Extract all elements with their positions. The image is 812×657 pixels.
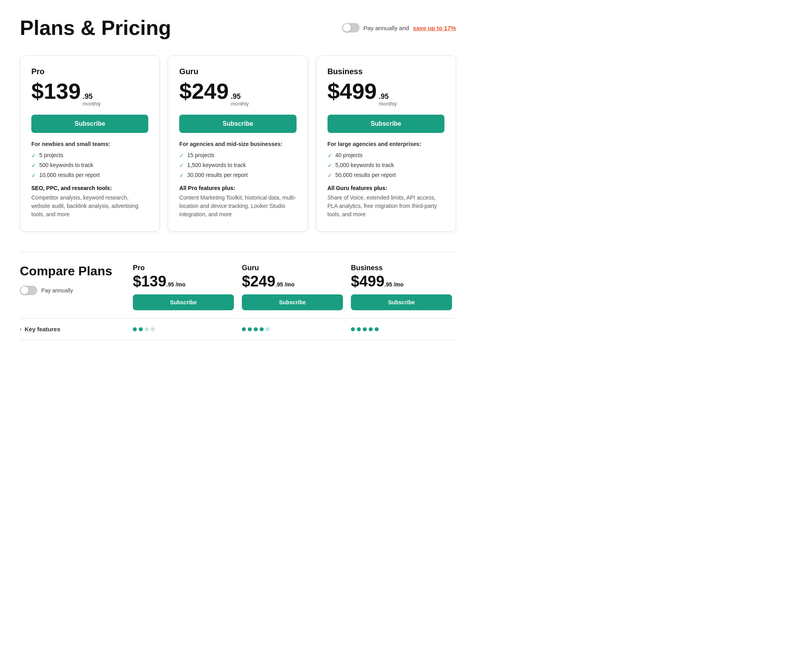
plan-card-business: Business $499 .95 monthly Subscribe For …	[316, 56, 456, 232]
price-cents-period: .95 monthly	[231, 92, 249, 107]
plans-grid: Pro $139 .95 monthly Subscribe For newbi…	[20, 56, 456, 232]
feature-text: 50,000 results per report	[335, 172, 396, 178]
plan-name: Business	[327, 67, 444, 76]
compare-price-main: $249	[242, 274, 276, 289]
dot-empty	[266, 327, 270, 331]
feature-text: 5,000 keywords to track	[335, 162, 394, 168]
feature-text: 1,500 keywords to track	[187, 162, 246, 168]
compare-title-col: Compare Plans Pay annually	[20, 264, 129, 295]
check-icon: ✓	[327, 162, 332, 169]
feature-item: ✓ 50,000 results per report	[327, 172, 444, 179]
compare-toggle-label: Pay annually	[41, 287, 73, 294]
key-features-label[interactable]: › Key features	[20, 326, 129, 332]
dot-filled	[139, 327, 143, 331]
subscribe-button-pro[interactable]: Subscribe	[31, 115, 148, 133]
price-main: $249	[179, 80, 229, 102]
check-icon: ✓	[31, 162, 36, 169]
feature-text: 10,000 results per report	[39, 172, 100, 178]
dot-filled	[357, 327, 361, 331]
compare-price-small: .95 /mo	[385, 281, 404, 288]
feature-item: ✓ 5 projects	[31, 152, 148, 159]
dot-filled	[242, 327, 246, 331]
price-cents: .95	[83, 92, 101, 101]
plan-target: For agencies and mid-size businesses:	[179, 141, 296, 147]
plan-card-pro: Pro $139 .95 monthly Subscribe For newbi…	[20, 56, 160, 232]
page-header: Plans & Pricing Pay annually and save up…	[20, 16, 456, 40]
feature-item: ✓ 30,000 results per report	[179, 172, 296, 179]
extras-text: Share of Voice, extended limits, API acc…	[327, 194, 444, 219]
compare-price-main: $499	[351, 274, 385, 289]
feature-item: ✓ 10,000 results per report	[31, 172, 148, 179]
dot-filled	[254, 327, 258, 331]
price-cents-period: .95 monthly	[83, 92, 101, 107]
feature-text: 5 projects	[39, 152, 63, 158]
compare-plan-name: Business	[351, 264, 452, 272]
plan-card-guru: Guru $249 .95 monthly Subscribe For agen…	[168, 56, 308, 232]
toggle-label: Pay annually and	[364, 25, 409, 31]
compare-toggle-row: Pay annually	[20, 286, 121, 295]
plan-target: For newbies and small teams:	[31, 141, 148, 147]
compare-price-small: .95 /mo	[276, 281, 295, 288]
features-list: ✓ 5 projects ✓ 500 keywords to track ✓ 1…	[31, 152, 148, 179]
plan-name: Guru	[179, 67, 296, 76]
feature-text: 30,000 results per report	[187, 172, 248, 178]
chevron-right-icon: ›	[20, 327, 21, 332]
extras-title: All Pro features plus:	[179, 185, 296, 191]
compare-subscribe-btn-2[interactable]: Subscribe	[351, 294, 452, 310]
annual-toggle-area: Pay annually and save up to 17%	[342, 23, 456, 33]
compare-plan-name: Guru	[242, 264, 343, 272]
feature-text: 500 keywords to track	[39, 162, 93, 168]
feature-item: ✓ 40 projects	[327, 152, 444, 159]
compare-price-small: .95 /mo	[167, 281, 186, 288]
check-icon: ✓	[327, 172, 332, 179]
compare-plan-name: Pro	[133, 264, 234, 272]
compare-price-main: $139	[133, 274, 167, 289]
dot-filled	[363, 327, 367, 331]
feature-item: ✓ 1,500 keywords to track	[179, 162, 296, 169]
dot-filled	[260, 327, 264, 331]
check-icon: ✓	[179, 152, 184, 159]
price-cents-period: .95 monthly	[379, 92, 397, 107]
features-list: ✓ 15 projects ✓ 1,500 keywords to track …	[179, 152, 296, 179]
price-main: $139	[31, 80, 81, 102]
compare-plan-col-2: Business $499 .95 /mo Subscribe	[347, 264, 456, 310]
extras-title: SEO, PPC, and research tools:	[31, 185, 148, 191]
compare-section-title: Compare Plans	[20, 264, 121, 279]
feature-item: ✓ 5,000 keywords to track	[327, 162, 444, 169]
dot-filled	[351, 327, 355, 331]
compare-subscribe-btn-1[interactable]: Subscribe	[242, 294, 343, 310]
key-features-row: › Key features	[20, 319, 456, 340]
price-cents: .95	[379, 92, 397, 101]
plan-target: For large agencies and enterprises:	[327, 141, 444, 147]
feature-item: ✓ 500 keywords to track	[31, 162, 148, 169]
dots-container-1	[238, 327, 347, 331]
compare-price-row: $249 .95 /mo	[242, 274, 343, 289]
annual-toggle[interactable]	[342, 23, 360, 33]
plan-price-row: $139 .95 monthly	[31, 80, 148, 107]
compare-price-row: $139 .95 /mo	[133, 274, 234, 289]
price-period: monthly	[231, 101, 249, 107]
check-icon: ✓	[179, 162, 184, 169]
subscribe-button-business[interactable]: Subscribe	[327, 115, 444, 133]
extras-text: Content Marketing Toolkit, historical da…	[179, 194, 296, 219]
plan-price-row: $499 .95 monthly	[327, 80, 444, 107]
key-features-text: Key features	[25, 326, 60, 332]
page-title: Plans & Pricing	[20, 16, 171, 40]
compare-plan-col-1: Guru $249 .95 /mo Subscribe	[238, 264, 347, 310]
save-text: save up to 17%	[413, 25, 456, 31]
dot-filled	[248, 327, 252, 331]
compare-plan-col-0: Pro $139 .95 /mo Subscribe	[129, 264, 238, 310]
compare-section: Compare Plans Pay annually Pro $139 .95 …	[20, 252, 456, 340]
dot-filled	[375, 327, 379, 331]
dot-filled	[369, 327, 373, 331]
price-period: monthly	[379, 101, 397, 107]
check-icon: ✓	[179, 172, 184, 179]
feature-text: 15 projects	[187, 152, 214, 158]
subscribe-button-guru[interactable]: Subscribe	[179, 115, 296, 133]
compare-subscribe-btn-0[interactable]: Subscribe	[133, 294, 234, 310]
plan-name: Pro	[31, 67, 148, 76]
dot-filled	[133, 327, 137, 331]
compare-annual-toggle[interactable]	[20, 286, 37, 295]
compare-price-row: $499 .95 /mo	[351, 274, 452, 289]
price-main: $499	[327, 80, 377, 102]
